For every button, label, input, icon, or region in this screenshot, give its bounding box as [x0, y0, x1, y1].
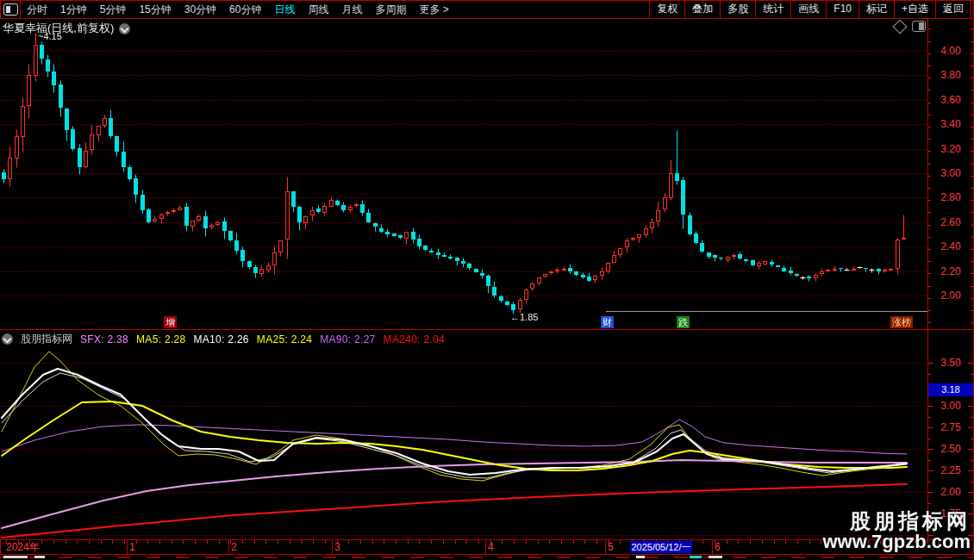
- high-price-annotation: ~4.15: [38, 31, 62, 41]
- watermark-site-name: 股朋指标网: [822, 510, 971, 532]
- axis-tick: [928, 374, 931, 375]
- date-tick: [620, 540, 621, 544]
- date-tick: [478, 540, 479, 544]
- indicator-value: MA5: 2.28: [136, 333, 185, 345]
- axis-label: 2.80: [928, 191, 973, 203]
- indicator-site-label: 股朋指标网: [21, 332, 72, 346]
- toolbar-button-画线[interactable]: 画线: [790, 1, 826, 18]
- cutoff-border: [0, 557, 974, 558]
- axis-tick: [971, 286, 973, 287]
- chart-title-row: 华夏幸福(日线,前复权): [3, 21, 130, 36]
- month-separator: [485, 540, 486, 554]
- date-tick: [41, 540, 42, 544]
- period-tab-分时[interactable]: 分时: [27, 1, 47, 18]
- indicator-value: MA10: 2.26: [193, 333, 248, 345]
- axis-label: 2.50: [928, 443, 973, 455]
- date-tick: [172, 540, 172, 544]
- chart-tag-财[interactable]: 财: [601, 316, 614, 328]
- date-label: 1: [129, 541, 135, 553]
- date-tick: [785, 540, 786, 544]
- date-tick: [254, 540, 255, 544]
- period-tab-60分钟[interactable]: 60分钟: [229, 1, 261, 18]
- chart-tag-增[interactable]: 增: [164, 316, 177, 328]
- toolbar-button-返回[interactable]: 返回: [935, 1, 971, 18]
- axis-tick: [971, 237, 973, 238]
- axis-tick: [968, 492, 973, 493]
- date-label: 3: [334, 541, 340, 553]
- date-tick: [797, 540, 798, 544]
- axis-tick: [971, 225, 973, 226]
- date-tick: [147, 540, 148, 544]
- axis-label: 3.40: [928, 118, 973, 130]
- period-tab-1分钟[interactable]: 1分钟: [60, 1, 87, 18]
- date-tick: [702, 540, 703, 544]
- window-split-icon[interactable]: [3, 3, 18, 16]
- panel-toggle-icon[interactable]: [912, 21, 926, 32]
- axis-tick: [971, 115, 973, 115]
- axis-tick: [971, 127, 973, 128]
- axis-tick: [928, 151, 931, 152]
- date-tick: [809, 540, 810, 544]
- date-tick: [538, 540, 539, 544]
- indicator-value: MA25: 2.24: [257, 333, 312, 345]
- period-tab-5分钟[interactable]: 5分钟: [100, 1, 127, 18]
- axis-label: 2.75: [928, 421, 973, 433]
- axis-label: 4.00: [928, 45, 973, 57]
- period-tab-更多 >[interactable]: 更多 >: [419, 1, 448, 18]
- toolbar-button-多股[interactable]: 多股: [720, 1, 755, 18]
- month-separator: [605, 540, 606, 554]
- axis-tick: [928, 470, 933, 471]
- diamond-icon[interactable]: [893, 19, 908, 34]
- axis-tick: [928, 127, 931, 128]
- axis-tick: [971, 151, 973, 152]
- cutoff-fragment: [3, 556, 28, 558]
- chevron-down-icon[interactable]: [2, 333, 13, 345]
- toolbar-button-F10[interactable]: F10: [826, 1, 858, 18]
- date-label: 4: [488, 541, 494, 553]
- axis-label: 3.80: [928, 69, 973, 81]
- toolbar-button-标记[interactable]: 标记: [858, 1, 894, 18]
- candlestick-chart[interactable]: [0, 19, 927, 329]
- chart-tag-跌[interactable]: 跌: [677, 316, 690, 328]
- period-tab-30分钟[interactable]: 30分钟: [184, 1, 216, 18]
- date-tick: [66, 540, 66, 544]
- period-tab-周线[interactable]: 周线: [308, 1, 328, 18]
- cutoff-fragment: [636, 556, 645, 558]
- axis-tick: [928, 439, 931, 439]
- date-label: 6: [715, 541, 721, 553]
- toolbar-button-+自选[interactable]: +自选: [894, 1, 935, 18]
- chart-tag-涨榜[interactable]: 涨榜: [890, 316, 913, 328]
- date-tick: [348, 540, 349, 544]
- date-tick: [136, 540, 137, 544]
- period-tab-15分钟[interactable]: 15分钟: [139, 1, 171, 18]
- month-separator: [712, 540, 713, 554]
- date-tick: [265, 540, 266, 544]
- axis-tick: [928, 200, 931, 201]
- date-label: 2024年: [6, 541, 40, 553]
- period-tab-月线[interactable]: 月线: [341, 1, 362, 18]
- toolbar-button-复权[interactable]: 复权: [649, 1, 684, 18]
- date-tick: [53, 540, 54, 544]
- axis-label: 3.50: [928, 357, 973, 369]
- axis-tick: [928, 90, 931, 90]
- date-tick: [313, 540, 314, 544]
- axis-tick: [971, 439, 973, 439]
- date-tick: [573, 540, 574, 544]
- axis-tick: [971, 273, 973, 274]
- toolbar-button-统计[interactable]: 统计: [755, 1, 790, 18]
- indicator-chart[interactable]: [0, 331, 927, 538]
- axis-label: 2.40: [928, 240, 973, 252]
- axis-tick: [928, 503, 931, 504]
- cutoff-fragment: [709, 556, 722, 558]
- date-tick: [325, 540, 326, 544]
- axis-tick: [928, 53, 931, 54]
- period-tab-日线[interactable]: 日线: [274, 1, 295, 18]
- period-tab-多周期[interactable]: 多周期: [375, 1, 406, 18]
- toolbar-button-叠加[interactable]: 叠加: [684, 1, 720, 18]
- axis-tick: [971, 139, 973, 140]
- axis-tick: [971, 212, 973, 213]
- axis-tick: [928, 286, 931, 287]
- axis-label: 3.20: [928, 143, 973, 155]
- date-tick: [195, 540, 196, 544]
- chevron-down-icon[interactable]: [119, 23, 130, 34]
